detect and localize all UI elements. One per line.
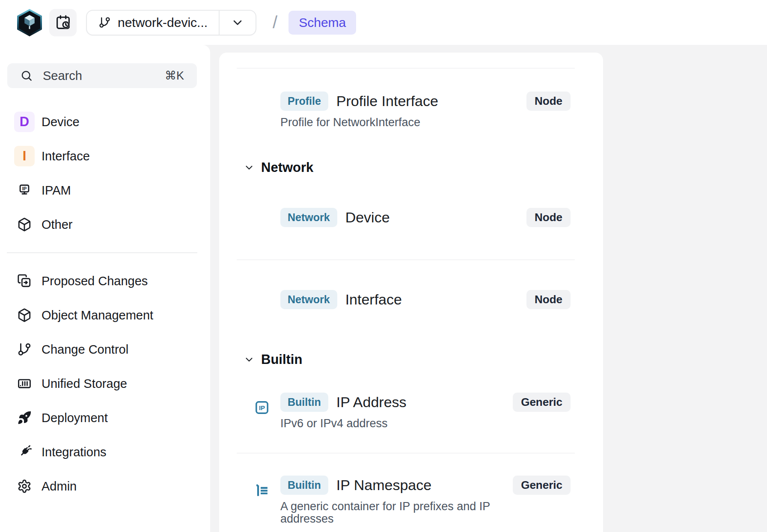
schema-item-description: IPv6 or IPv4 address [280, 417, 513, 430]
chevron-down-icon [231, 16, 244, 30]
calendar-clock-icon [55, 15, 71, 30]
ipam-icon [17, 183, 32, 198]
search-placeholder: Search [43, 69, 82, 83]
chevron-down-icon [244, 354, 255, 365]
ip-namespace-icon [254, 483, 270, 498]
sidebar-divider [7, 252, 197, 253]
branch-selector[interactable]: network-devic... [86, 10, 256, 35]
sidebar-item-integrations[interactable]: Integrations [0, 435, 210, 469]
time-travel-button[interactable] [49, 9, 77, 36]
sidebar-item-label: Other [42, 218, 73, 232]
namespace-badge: Network [280, 290, 337, 309]
sidebar-item-label: Change Control [42, 343, 128, 357]
schema-item-profile-interface[interactable]: Profile Profile Interface Profile for Ne… [237, 68, 575, 145]
chevron-down-icon [244, 162, 255, 173]
interface-letter-badge: I [14, 146, 35, 166]
branch-selector-expand[interactable] [220, 16, 256, 30]
sidebar-item-object-management[interactable]: Object Management [0, 298, 210, 332]
schema-list: Profile Profile Interface Profile for Ne… [219, 53, 603, 532]
search-icon [20, 69, 33, 82]
search-input[interactable]: Search ⌘K [7, 63, 197, 88]
kind-badge: Node [526, 92, 571, 111]
sidebar-item-ipam[interactable]: IPAM [0, 173, 210, 207]
section-header-network[interactable]: Network [237, 153, 575, 183]
partial-row-divider [237, 53, 575, 68]
sidebar-item-label: Object Management [42, 308, 153, 322]
device-letter-badge: D [14, 112, 35, 132]
git-branch-icon [98, 16, 111, 29]
gear-icon [17, 479, 32, 494]
git-branch-icon [17, 342, 32, 357]
kind-badge: Node [526, 208, 571, 227]
schema-item-title: IP Address [336, 393, 407, 412]
section-label: Builtin [261, 352, 302, 367]
cube-icon [17, 217, 32, 232]
sidebar: Search ⌘K D Device I Interface IPAM Othe… [0, 45, 210, 532]
sidebar-item-label: Unified Storage [42, 377, 127, 391]
section-header-builtin[interactable]: Builtin [237, 345, 575, 375]
sidebar-item-label: Device [42, 115, 80, 129]
breadcrumb-separator: / [273, 13, 277, 32]
namespace-badge: Profile [280, 92, 328, 111]
namespace-badge: Builtin [280, 476, 328, 495]
schema-item-title: Device [345, 208, 390, 227]
plug-icon [17, 445, 32, 459]
schema-item-network-interface[interactable]: Network Interface Node [237, 260, 575, 326]
sidebar-item-admin[interactable]: Admin [0, 469, 210, 503]
breadcrumb-schema[interactable]: Schema [288, 11, 356, 35]
namespace-badge: Network [280, 208, 337, 227]
sidebar-item-label: IPAM [42, 183, 71, 198]
sidebar-item-change-control[interactable]: Change Control [0, 332, 210, 366]
ip-square-icon [254, 400, 270, 415]
kind-badge: Generic [513, 476, 571, 495]
namespace-badge: Builtin [280, 393, 328, 412]
sidebar-item-label: Interface [42, 149, 90, 163]
schema-item-title: Profile Interface [336, 92, 438, 111]
sidebar-item-proposed-changes[interactable]: Proposed Changes [0, 264, 210, 298]
schema-item-description: Profile for NetworkInterface [280, 116, 526, 129]
schema-panel: Profile Profile Interface Profile for Ne… [219, 53, 603, 532]
sidebar-item-label: Admin [42, 479, 77, 494]
sidebar-item-label: Proposed Changes [42, 274, 148, 288]
schema-item-description: A generic container for IP prefixes and … [280, 500, 513, 525]
kind-badge: Node [526, 290, 571, 309]
app-logo[interactable] [17, 9, 42, 36]
schema-item-network-device[interactable]: Network Device Node [237, 183, 575, 260]
sidebar-item-deployment[interactable]: Deployment [0, 401, 210, 435]
search-shortcut: ⌘K [165, 69, 184, 83]
cube-icon [17, 308, 32, 322]
schema-item-ip-address[interactable]: Builtin IP Address IPv6 or IPv4 address … [237, 375, 575, 453]
sidebar-item-interface[interactable]: I Interface [0, 139, 210, 173]
schema-item-ip-namespace[interactable]: Builtin IP Namespace A generic container… [237, 453, 575, 532]
kind-badge: Generic [513, 393, 571, 412]
schema-item-title: Interface [345, 290, 402, 309]
storage-icon [17, 376, 32, 391]
sidebar-item-label: Integrations [42, 445, 107, 459]
sidebar-nav: D Device I Interface IPAM Other Proposed… [0, 105, 210, 503]
schema-item-title: IP Namespace [336, 476, 431, 495]
sidebar-item-label: Deployment [42, 411, 108, 425]
sidebar-item-device[interactable]: D Device [0, 105, 210, 139]
top-header: network-devic... / Schema [0, 0, 767, 45]
rocket-icon [17, 411, 32, 425]
section-label: Network [261, 160, 313, 175]
sidebar-item-unified-storage[interactable]: Unified Storage [0, 366, 210, 401]
sidebar-item-other[interactable]: Other [0, 207, 210, 242]
branch-selector-value: network-devic... [118, 15, 208, 30]
proposed-changes-icon [17, 274, 32, 288]
